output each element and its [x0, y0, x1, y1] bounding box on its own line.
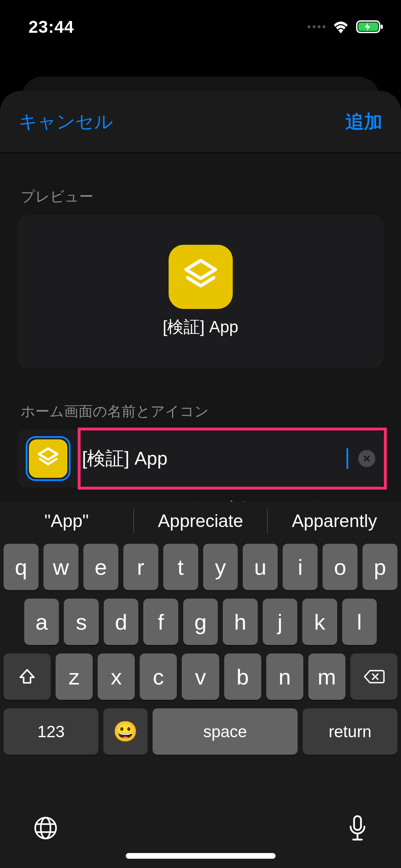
key-a[interactable]: a [24, 599, 59, 645]
add-button[interactable]: 追加 [345, 109, 382, 134]
key-q[interactable]: q [4, 544, 38, 590]
key-m[interactable]: m [308, 653, 345, 700]
home-indicator[interactable] [126, 853, 276, 859]
preview-name: [検証] App [163, 316, 238, 338]
key-b[interactable]: b [224, 653, 261, 700]
nav-bar: キャンセル 追加 [0, 91, 401, 153]
emoji-icon: 😀 [113, 720, 138, 743]
suggestion-2[interactable]: Apparently [268, 511, 401, 531]
clear-text-button[interactable] [358, 450, 375, 467]
kb-row-2: a s d f g h j k l [4, 599, 397, 645]
svg-rect-5 [354, 816, 361, 830]
key-d[interactable]: d [104, 599, 138, 645]
key-z[interactable]: z [56, 653, 93, 700]
key-j[interactable]: j [263, 599, 297, 645]
key-f[interactable]: f [143, 599, 178, 645]
key-w[interactable]: w [43, 544, 78, 590]
space-key[interactable]: space [153, 708, 298, 755]
text-cursor [346, 448, 348, 469]
keyboard: "App" Appreciate Apparently q w e r t y … [0, 502, 401, 868]
microphone-icon [347, 815, 368, 843]
preview-card: [検証] App [17, 215, 384, 368]
key-g[interactable]: g [183, 599, 218, 645]
key-t[interactable]: t [163, 544, 198, 590]
shortcuts-glyph-icon [36, 446, 60, 471]
homescreen-section-label: ホーム画面の名前とアイコン [17, 368, 384, 430]
shortcuts-glyph-icon [181, 257, 220, 296]
add-to-home-sheet: キャンセル 追加 プレビュー [検証] App ホーム画面の名前とアイコン [0, 91, 401, 868]
shift-key[interactable] [4, 653, 51, 700]
svg-rect-2 [381, 25, 383, 29]
kb-row-1: q w e r t y u i o p [4, 544, 397, 590]
numbers-key[interactable]: 123 [4, 708, 98, 755]
key-p[interactable]: p [363, 544, 397, 590]
backspace-key[interactable] [350, 653, 397, 700]
key-r[interactable]: r [123, 544, 158, 590]
key-l[interactable]: l [342, 599, 377, 645]
key-e[interactable]: e [83, 544, 118, 590]
shift-icon [17, 667, 37, 686]
key-k[interactable]: k [302, 599, 337, 645]
suggestion-0[interactable]: "App" [0, 511, 133, 531]
icon-picker-button[interactable] [26, 436, 71, 481]
dots-indicator [308, 25, 325, 28]
preview-section-label: プレビュー [17, 153, 384, 215]
close-icon [362, 454, 371, 463]
return-key[interactable]: return [303, 708, 397, 755]
globe-icon [33, 815, 58, 841]
suggestion-1[interactable]: Appreciate [134, 511, 267, 531]
key-o[interactable]: o [323, 544, 358, 590]
name-and-icon-row: [検証] App [17, 430, 384, 487]
svg-point-3 [35, 818, 56, 839]
shortcut-icon-preview [169, 245, 233, 309]
wifi-icon [332, 20, 350, 33]
key-c[interactable]: c [140, 653, 177, 700]
dictation-key[interactable] [347, 815, 368, 844]
key-n[interactable]: n [266, 653, 303, 700]
key-s[interactable]: s [64, 599, 98, 645]
svg-point-4 [41, 818, 51, 839]
status-indicators [308, 20, 383, 33]
battery-charging-icon [356, 20, 383, 33]
suggestion-bar: "App" Appreciate Apparently [0, 502, 401, 540]
shortcut-name-input[interactable]: [検証] App [81, 446, 347, 471]
backspace-icon [363, 669, 385, 684]
key-x[interactable]: x [98, 653, 135, 700]
globe-key[interactable] [33, 815, 58, 842]
key-h[interactable]: h [223, 599, 257, 645]
kb-row-4: 123 😀 space return [4, 708, 397, 755]
cancel-button[interactable]: キャンセル [19, 109, 113, 134]
emoji-key[interactable]: 😀 [103, 708, 148, 755]
key-u[interactable]: u [243, 544, 278, 590]
status-bar: 23:44 [0, 0, 401, 50]
key-y[interactable]: y [203, 544, 238, 590]
key-i[interactable]: i [283, 544, 318, 590]
key-v[interactable]: v [182, 653, 219, 700]
kb-row-3: z x c v b n m [4, 653, 397, 700]
status-time: 23:44 [29, 17, 74, 37]
